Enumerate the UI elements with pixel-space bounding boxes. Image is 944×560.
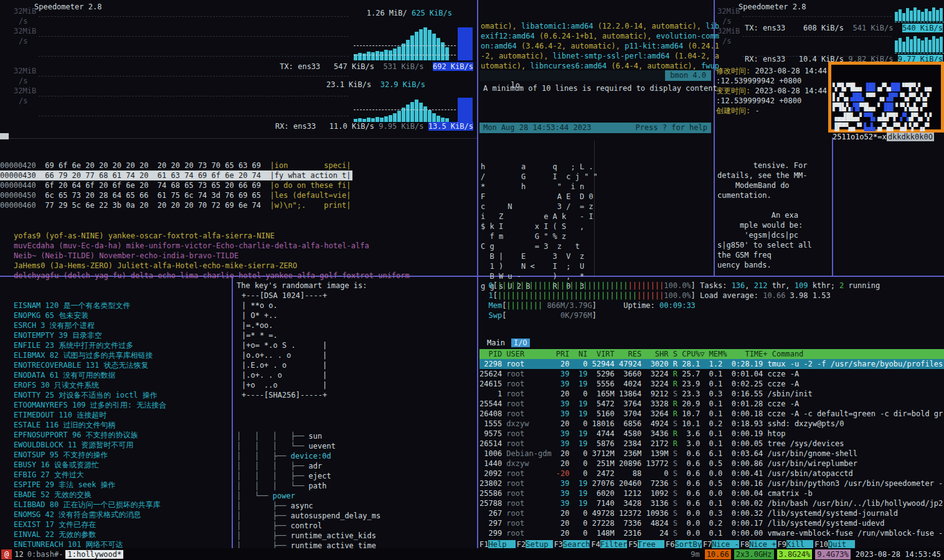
- randomart-art: +---[DSA 1024]----+| **o o.| O* +..|=.*o…: [242, 291, 327, 400]
- text-line: i Z e A k - I: [481, 212, 594, 222]
- axis-label-unit: /s: [722, 16, 731, 26]
- htop-tabs: MainI/O: [484, 338, 534, 348]
- graph-avg-line: [895, 53, 944, 54]
- rx-stats: RX: ens33 11.0 KiB/s 9.95 KiB/s 13.5 KiB…: [275, 121, 473, 131]
- graph-bar: [410, 102, 414, 122]
- process-row[interactable]: 9575 root 39 19 4744 4580 3436 R 3.6 0.1…: [479, 429, 944, 439]
- text-line: 1 ) N < I ; U: [481, 261, 594, 271]
- window-1:hollywood*[interactable]: 1:hollywood*: [65, 550, 123, 559]
- text-line: ▛▜▙▚▞█▀█▄▖▘▐█▌▘▀▞▄▙▗▀: [833, 103, 940, 113]
- pane-modem-doc[interactable]: tensive. Fordetails, see the MM- ModemBa…: [717, 141, 831, 274]
- text-line: EROFS 30 只读文件系统: [14, 380, 230, 390]
- graph-bar: [921, 40, 924, 52]
- peak-rate: 1.26 MiB/ 625 KiB/s: [367, 8, 452, 18]
- text-line: ESRCH 3 没有那个进程: [14, 320, 230, 330]
- pane-phonetic[interactable]: yofas9 (yof-as-NINE) yankee-oscar-foxtro…: [14, 211, 474, 262]
- graph-bar: [936, 10, 939, 21]
- tree-row: │ │ │ ├── sun: [237, 431, 476, 441]
- graph-avg-line: [354, 110, 456, 110]
- process-row[interactable]: 299 root 20 0 148M 2316 24 S 0.0 0.1 0:0…: [479, 528, 944, 538]
- process-row[interactable]: 24615 root 39 19 5556 4024 3224 R 23.9 0…: [479, 379, 944, 389]
- text-line: details, see the MM-: [717, 170, 831, 180]
- fkey-F1[interactable]: F1Help: [479, 540, 516, 549]
- text-line: +----[SHA256]-----+: [242, 390, 327, 400]
- process-row[interactable]: 25586 root 39 19 6020 1212 1092 S 0.6 0.…: [479, 488, 944, 498]
- graph-bar: [393, 113, 397, 122]
- process-row[interactable]: 25624 root 39 19 5296 3660 3224 R 25.7 0…: [479, 369, 944, 379]
- fkey-F4[interactable]: F4Filter: [591, 540, 627, 549]
- text-line: ENOTEMPTY 39 目录非空: [14, 330, 230, 340]
- text-line: muvEcdaha (muv-Ec-da-ha) mike-uniform-vi…: [14, 241, 474, 251]
- status-load-average: 10.66: [705, 549, 731, 559]
- pixel-art-rows: ▚▀▙▀█▄▖▐█▌▄▀▄██▝▀▛▚▘▗▄▌▞▚▖▟█▙▝▀▘▗▖▟▛▘▀▄▀…: [833, 83, 940, 142]
- gridline: [39, 16, 349, 17]
- text-line: 0[|||||||||||||||||||||||||||||||||||||1…: [479, 281, 880, 291]
- fkey-F8[interactable]: F8Nice +: [740, 540, 776, 549]
- pane-cmatrix[interactable]: h a q ; L ./ G I c j " "* h " i nF A E D…: [481, 142, 594, 274]
- graph-avg-line: [354, 45, 456, 46]
- gridline: [742, 36, 892, 37]
- graph-bar: [423, 106, 427, 122]
- text-line: | O* +..: [242, 310, 327, 320]
- text-line: +---[DSA 1024]----+: [242, 291, 327, 301]
- process-row[interactable]: 1006 Debian-gdm 20 0 3712M 236M 139M S 0…: [479, 449, 944, 459]
- text-line: omatic), libatomic1:amd64 (12.2.0-14, au…: [481, 21, 712, 31]
- tab-Main[interactable]: Main: [484, 338, 507, 347]
- text-line: mple would be:: [717, 220, 831, 230]
- text-line: ENOTSUP 95 不支持的操作: [14, 450, 230, 460]
- text-line: :12.539999942 +0800: [716, 76, 827, 86]
- process-row[interactable]: 25544 root 39 19 5472 3764 3328 R 20.9 0…: [479, 399, 944, 409]
- text-line: EBUSY 16 设备或资源忙: [14, 460, 230, 470]
- graph-avg-line: [895, 22, 944, 22]
- pane-bmon[interactable]: lo bmon 4.0 A minimum of 10 lines is req…: [479, 70, 711, 133]
- text-line: EPFNOSUPPORT 96 不支持的协议族: [14, 430, 230, 440]
- axis-label-scale: 32MiB: [14, 66, 36, 76]
- pane-randomart[interactable]: The key's randomart image is: +---[DSA 1…: [237, 281, 476, 401]
- pane-hexdump[interactable]: 00000420 69 6f 6e 20 20 20 20 20 20 20 2…: [0, 141, 356, 192]
- text-line: ESPIPE 29 非法 seek 操作: [14, 480, 230, 490]
- graph-bar: [913, 36, 917, 52]
- process-row[interactable]: 26514 root 39 19 5876 2384 2172 R 3.0 0.…: [479, 439, 944, 449]
- tree-row: │ │ │ ├── eject: [237, 471, 476, 481]
- pane-htop[interactable]: 0[|||||||||||||||||||||||||||||||||||||1…: [479, 281, 944, 548]
- hex-row: 00000430 66 79 20 77 68 61 74 20 61 63 7…: [0, 170, 352, 180]
- window-0:bash#-[interactable]: 0:bash#-: [27, 550, 64, 559]
- rx-graph: [895, 35, 944, 52]
- fkey-F3[interactable]: F3Search: [554, 540, 590, 549]
- fkey-F10[interactable]: F10Quit: [814, 540, 855, 549]
- process-row[interactable]: 1555 dxzyw 20 0 18016 6856 4924 S 10.1 0…: [479, 419, 944, 429]
- fkey-F2[interactable]: F2Setup: [517, 540, 553, 549]
- tab-I/O[interactable]: I/O: [511, 338, 530, 347]
- pane-tree[interactable]: │ │ │ ├── sun│ │ │ └── uevent│ │ ├── dev…: [237, 411, 476, 543]
- process-row[interactable]: 25788 root 39 19 7140 3428 3136 S 0.6 0.…: [479, 498, 944, 508]
- graph-bar: [902, 42, 905, 52]
- text-line: C g = 3 z t: [481, 241, 594, 251]
- text-line: 创建时间: -: [716, 106, 827, 116]
- tree-row: │ ├── autosuspend_delay_ms: [237, 511, 476, 521]
- process-row[interactable]: 26408 root 39 19 5160 3704 3264 R 10.7 0…: [479, 409, 944, 419]
- graph-bar: [380, 52, 384, 60]
- text-line: |.o+. . o |: [242, 370, 327, 380]
- axis-label-unit: /s: [19, 76, 27, 86]
- fkey-F5[interactable]: F5Tree: [628, 540, 664, 549]
- process-row[interactable]: 2092 root -20 0 2472 88 0 S 0.6 0.0 0:00…: [479, 469, 944, 478]
- gridline: [39, 56, 349, 57]
- process-row[interactable]: 1440 dxzyw 20 0 251M 20896 13772 S 0.6 0…: [479, 459, 944, 469]
- bmon-help-hint: Press ? for help: [635, 123, 707, 133]
- process-row[interactable]: 2298 root 20 0 52944 47924 3020 R 28.1 1…: [479, 359, 944, 369]
- process-row[interactable]: 267 root 20 0 49728 12372 10936 S 0.0 0.…: [479, 508, 944, 518]
- pane-errno-list[interactable]: EISNAM 120 是一个有名类型文件ENOPKG 65 包未安装ESRCH …: [14, 281, 230, 542]
- fkey-F9[interactable]: F9Kill: [778, 540, 814, 549]
- pixel-art-viewer: ▚▀▙▀█▄▖▐█▌▄▀▄██▝▀▛▚▘▗▄▌▞▚▖▟█▙▝▀▘▗▖▟▛▘▀▄▀…: [828, 62, 944, 133]
- process-row[interactable]: 297 root 20 0 27228 7336 4824 S 0.0 0.2 …: [479, 518, 944, 528]
- pane-apt-log[interactable]: omatic), libatomic1:amd64 (12.2.0-14, au…: [481, 1, 712, 70]
- axis-label-scale: 32MiB: [14, 26, 36, 36]
- process-row[interactable]: 1 root 20 0 165M 13864 9212 S 23.3 0.3 0…: [479, 389, 944, 399]
- text-line: the GSM freq: [717, 250, 831, 260]
- fkey-F6[interactable]: F6SortBy: [666, 540, 702, 549]
- text-line: cumentation.: [717, 190, 831, 200]
- pane-speedometer-left[interactable]: Speedometer 2.8 32MiB /s 32MiB /s 32MiB …: [0, 0, 477, 138]
- process-row[interactable]: 23802 root 39 19 27076 20460 7236 S 0.6 …: [479, 478, 944, 488]
- status-bar: @ 12 0:bash#-1:hollywood* 9m10.662x3.0GH…: [0, 548, 944, 560]
- fkey-F7[interactable]: F7Nice -: [703, 540, 739, 549]
